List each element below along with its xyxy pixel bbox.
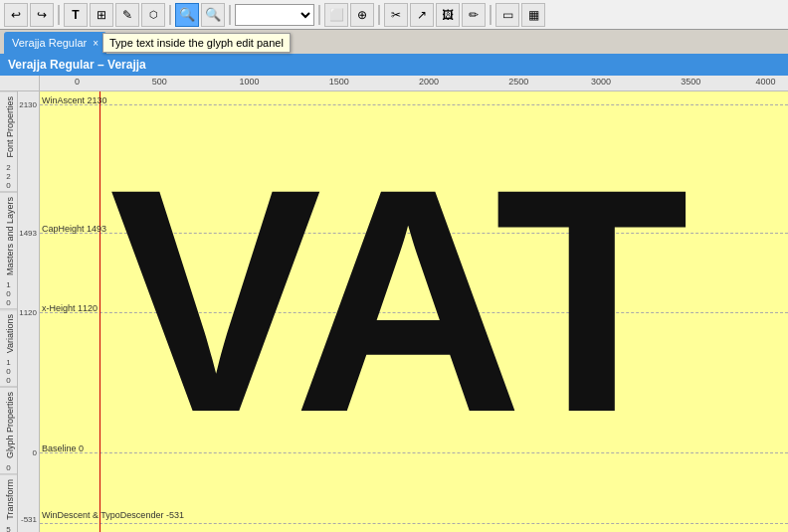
glyph-preview: VAT: [109, 141, 685, 459]
separator-4: [318, 5, 320, 25]
toolbar: ↩ ↪ T ⊞ ✎ ⬡ 🔍 🔍 50% 100% 150% 200% ⬜ ⊕ ✂…: [0, 0, 788, 30]
select-button[interactable]: ⬜: [324, 3, 348, 27]
add-button[interactable]: ⊕: [350, 3, 374, 27]
line-win-descent: [40, 523, 788, 524]
sidebar-numbers-baseline: 0: [0, 462, 17, 474]
grid-button[interactable]: ⊞: [90, 3, 113, 27]
v-ruler-531: -531: [21, 514, 37, 523]
draw-button[interactable]: ✏: [462, 3, 486, 27]
left-sidebar: Font Properties 220 Masters and Layers 1…: [0, 91, 18, 532]
label-win-descent: WinDescent & TypoDescender -531: [42, 510, 184, 520]
label-baseline: Baseline 0: [42, 443, 84, 453]
pen-button[interactable]: ✎: [115, 3, 139, 27]
image-button[interactable]: 🖼: [436, 3, 460, 27]
zoom-out-button[interactable]: 🔍: [201, 3, 225, 27]
horizontal-ruler: 0 500 1000 1500 2000 2500 3000 3500 4000: [0, 76, 788, 91]
ruler-mark-2500: 2500: [508, 77, 528, 87]
v-ruler-0: 0: [33, 448, 37, 457]
cut-button[interactable]: ✂: [384, 3, 408, 27]
ruler-mark-3500: 3500: [681, 77, 700, 87]
separator-5: [378, 5, 380, 25]
v-ruler-1493: 1493: [19, 228, 37, 237]
tab-verajja-regular[interactable]: Verajja Regular ×: [4, 32, 106, 54]
zoom-dropdown[interactable]: 50% 100% 150% 200%: [235, 4, 314, 26]
sidebar-numbers-mid1: 100: [0, 279, 17, 309]
redo-button[interactable]: ↪: [30, 3, 54, 27]
tooltip: Type text inside the glyph edit panel: [102, 33, 291, 53]
sidebar-numbers-mid2: 100: [0, 357, 17, 387]
ruler-mark-4000: 4000: [755, 77, 775, 87]
canvas-area[interactable]: WinAscent 2130 CapHeight 1493 x-Height 1…: [40, 91, 788, 532]
tooltip-text: Type text inside the glyph edit panel: [109, 37, 284, 49]
ruler-mark-1500: 1500: [329, 77, 349, 87]
sidebar-panel-transform[interactable]: Transform: [0, 474, 17, 524]
separator-6: [490, 5, 492, 25]
title-bar: Verajja Regular – Verajja: [0, 54, 788, 76]
v-ruler-1120: 1120: [19, 307, 37, 316]
ruler-marks: 0 500 1000 1500 2000 2500 3000 3500 4000: [40, 76, 788, 90]
v-ruler-2130: 2130: [19, 100, 37, 109]
zoom-in-button[interactable]: 🔍: [175, 3, 199, 27]
undo-button[interactable]: ↩: [4, 3, 28, 27]
origin-line: [99, 91, 100, 532]
sidebar-panel-glyph-properties[interactable]: Glyph Properties: [0, 387, 17, 462]
separator-1: [58, 5, 60, 25]
label-win-ascent: WinAscent 2130: [42, 95, 107, 105]
separator-3: [229, 5, 231, 25]
label-x-height: x-Height 1120: [42, 303, 98, 313]
separator-2: [169, 5, 171, 25]
label-cap-height: CapHeight 1493: [42, 224, 106, 234]
sidebar-panel-font-properties[interactable]: Font Properties: [0, 91, 17, 162]
title-text: Verajja Regular – Verajja: [8, 58, 146, 72]
ruler-mark-2000: 2000: [419, 77, 439, 87]
ruler-mark-0: 0: [75, 77, 80, 87]
text-tool-button[interactable]: T: [64, 3, 88, 27]
pattern-button[interactable]: ▦: [521, 3, 545, 27]
shape-button[interactable]: ⬡: [141, 3, 165, 27]
main-area: Font Properties 220 Masters and Layers 1…: [0, 91, 788, 532]
tab-label: Verajja Regular: [12, 37, 87, 49]
ruler-mark-3000: 3000: [591, 77, 611, 87]
tab-close-button[interactable]: ×: [93, 38, 98, 49]
sidebar-numbers-top: 220: [0, 162, 17, 192]
ruler-mark-500: 500: [152, 77, 167, 87]
rect-button[interactable]: ▭: [495, 3, 519, 27]
arrow-button[interactable]: ↗: [410, 3, 434, 27]
sidebar-panel-variations[interactable]: Variations: [0, 309, 17, 357]
ruler-corner: [0, 76, 40, 90]
vertical-ruler: 2130 1493 1120 0 -531: [18, 91, 40, 532]
sidebar-numbers-bottom: 5: [0, 524, 17, 532]
ruler-mark-1000: 1000: [240, 77, 260, 87]
line-win-ascent: [40, 104, 788, 105]
sidebar-panel-masters[interactable]: Masters and Layers: [0, 192, 17, 279]
